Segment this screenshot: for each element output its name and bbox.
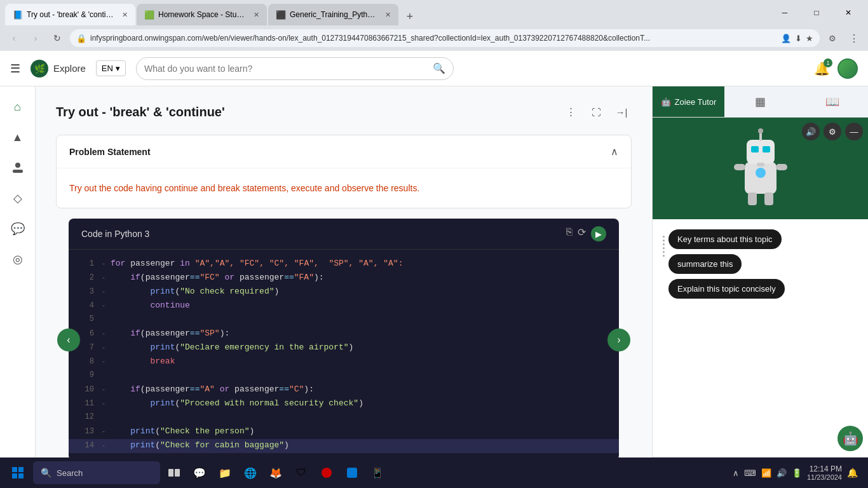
avatar[interactable]: [837, 58, 858, 79]
svg-point-1: [15, 163, 20, 168]
floating-chat-button[interactable]: 🤖: [837, 426, 863, 451]
maximize-window[interactable]: □: [802, 3, 831, 23]
start-button[interactable]: [5, 460, 31, 485]
tab-book[interactable]: 📖: [796, 86, 868, 117]
sidebar-item-code[interactable]: ◇: [5, 186, 31, 211]
taskbar-search-icon: 🔍: [41, 468, 51, 478]
tray-arrow[interactable]: ∧: [733, 468, 739, 478]
history-button[interactable]: ⟳: [578, 226, 586, 241]
reload-button[interactable]: ↻: [48, 29, 66, 47]
taskbar-file-explorer[interactable]: 📁: [214, 461, 236, 484]
global-search[interactable]: 🔍: [136, 57, 454, 80]
taskbar-search-text: Search: [57, 468, 83, 478]
chip-explain[interactable]: Explain this topic concisely: [668, 279, 785, 299]
language-selector[interactable]: EN ▾: [96, 60, 126, 76]
code-line-14: 14 - print("Check for cabin baggage"): [69, 439, 619, 453]
code-nav-right-button[interactable]: ›: [607, 329, 630, 351]
taskbar-teams[interactable]: 💬: [188, 461, 211, 484]
minimize-control-button[interactable]: —: [845, 123, 863, 140]
problem-statement-body: Try out the code having continue and bre…: [57, 168, 631, 208]
tab-close-1[interactable]: ✕: [122, 11, 128, 19]
logo-area: 🌿 Explore: [31, 60, 86, 78]
more-options-button[interactable]: ⋮: [560, 102, 581, 122]
browser-tab-3[interactable]: ⬛ Generic_Training_Python_INFY/ ✕: [268, 4, 398, 25]
notes-icon: ▦: [755, 95, 766, 109]
left-sidebar: ⌂ ▲ ◇ 💬 ◎ •••: [0, 86, 36, 488]
chip-key-terms[interactable]: Key terms about this topic: [668, 229, 782, 249]
fullscreen-button[interactable]: ⛶: [586, 102, 606, 122]
browser-tab-2[interactable]: 🟩 Homework Space - StudyX ✕: [137, 4, 267, 25]
settings-control-button[interactable]: ⚙: [824, 123, 841, 140]
code-editor-card: Code in Python 3 ⎘ ⟳ ▶ 1 - for passenger…: [69, 219, 619, 461]
navigation-arrow-button[interactable]: →|: [611, 102, 632, 122]
taskbar-red-app[interactable]: [315, 461, 338, 484]
sidebar-item-chat[interactable]: 💬: [5, 216, 31, 241]
taskbar-firefox[interactable]: 🦊: [264, 461, 287, 484]
copy-code-button[interactable]: ⎘: [566, 226, 573, 241]
browser-menu[interactable]: ⋮: [845, 29, 863, 47]
svg-rect-13: [776, 164, 787, 170]
code-line-1: 1 - for passenger in "A","A", "FC", "C",…: [69, 257, 619, 271]
taskbar-blue-app[interactable]: [341, 461, 363, 484]
close-window[interactable]: ✕: [834, 3, 863, 23]
new-tab-button[interactable]: +: [401, 8, 419, 25]
profile-icon[interactable]: 👤: [781, 34, 791, 43]
sound-control-button[interactable]: 🔊: [802, 123, 820, 140]
extensions-button[interactable]: ⚙: [824, 29, 841, 47]
drag-handle[interactable]: [663, 229, 665, 257]
svg-rect-5: [763, 146, 770, 152]
sidebar-item-home[interactable]: ⌂: [5, 94, 31, 119]
tab-close-3[interactable]: ✕: [385, 11, 391, 19]
clock[interactable]: 12:14 PM 11/23/2024: [807, 464, 842, 481]
speaker-icon[interactable]: 🔊: [776, 468, 787, 478]
taskbar-green-app[interactable]: 📱: [366, 461, 389, 484]
sidebar-item-navigate[interactable]: ▲: [5, 125, 31, 150]
code-nav-left-button[interactable]: ‹: [57, 329, 80, 351]
taskbar-app-icons: 💬 📁 🌐 🦊 🛡 📱: [163, 461, 389, 484]
tutor-area: 🔊 ⚙ —: [653, 118, 868, 488]
robot-graphic: [729, 127, 792, 210]
download-icon[interactable]: ⬇: [795, 34, 802, 43]
taskbar-search[interactable]: 🔍 Search: [33, 461, 160, 484]
tab-zoiee-tutor[interactable]: 🤖 Zoiee Tutor: [653, 86, 724, 117]
tab-close-2[interactable]: ✕: [254, 11, 259, 19]
code-line-12: 12: [69, 411, 619, 425]
problem-text: Try out the code having continue and bre…: [69, 181, 618, 195]
search-input[interactable]: [144, 64, 428, 74]
sidebar-item-profile[interactable]: [5, 155, 31, 180]
code-line-2: 2 - if(passenger=="FC" or passenger=="FA…: [69, 271, 619, 285]
address-bar[interactable]: 🔒 infyspringboard.onwingspan.com/web/en/…: [70, 29, 820, 47]
svg-point-7: [758, 128, 763, 133]
run-code-button[interactable]: ▶: [591, 226, 606, 241]
back-button[interactable]: ‹: [5, 29, 23, 47]
browser-tab-1[interactable]: 📘 Try out - 'break' & 'continue' - ✕: [5, 4, 135, 25]
wifi-icon[interactable]: 📶: [761, 468, 771, 478]
sidebar-item-explore[interactable]: ◎: [5, 247, 31, 272]
suggestions-area: Key terms about this topic summarize thi…: [653, 219, 868, 309]
taskbar-right: ∧ ⌨ 📶 🔊 🔋 12:14 PM 11/23/2024 🔔: [733, 464, 863, 481]
hamburger-menu[interactable]: ☰: [10, 62, 20, 76]
svg-rect-12: [734, 164, 745, 170]
collapse-button[interactable]: ∧: [611, 146, 618, 158]
forward-button[interactable]: ›: [27, 29, 44, 47]
code-action-buttons: ⎘ ⟳ ▶: [566, 226, 606, 241]
taskbar-task-view[interactable]: [163, 461, 186, 484]
taskbar-edge[interactable]: 🌐: [239, 461, 262, 484]
svg-rect-21: [347, 468, 357, 478]
tab-notes[interactable]: ▦: [724, 86, 796, 117]
notification-button[interactable]: 🔔 1: [814, 61, 830, 76]
svg-rect-8: [757, 163, 764, 166]
keyboard-icon[interactable]: ⌨: [744, 468, 756, 478]
problem-statement-header: Problem Statement ∧: [57, 135, 631, 168]
search-icon[interactable]: 🔍: [433, 62, 445, 74]
tab-favicon-1: 📘: [13, 10, 23, 20]
code-line-11: 11 - print("Proceed with normal security…: [69, 397, 619, 411]
minimize-window[interactable]: ─: [770, 3, 799, 23]
chip-summarize[interactable]: summarize this: [668, 254, 742, 274]
battery-icon[interactable]: 🔋: [792, 468, 802, 478]
notification-center-icon[interactable]: 🔔: [847, 468, 858, 478]
bookmark-icon[interactable]: ★: [806, 34, 813, 43]
code-editor-header: Code in Python 3 ⎘ ⟳ ▶: [69, 219, 619, 250]
robot-controls: 🔊 ⚙ —: [802, 123, 863, 140]
taskbar-antivirus[interactable]: 🛡: [290, 461, 313, 484]
